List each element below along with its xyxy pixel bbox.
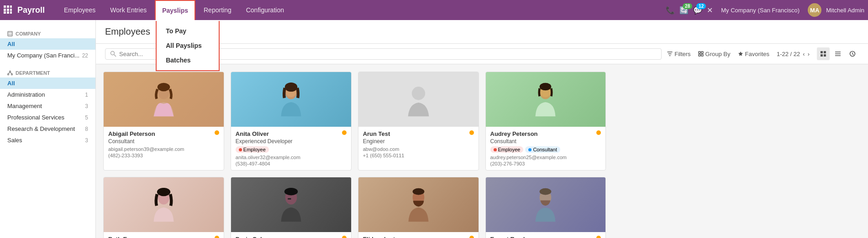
svg-rect-22 (701, 52, 703, 53)
sidebar-dept-management[interactable]: Management 3 (0, 100, 95, 112)
pagination: 1-22 / 22 ‹ › (777, 51, 810, 57)
employee-job: Consultant (108, 138, 219, 145)
svg-rect-2 (10, 5, 12, 8)
employee-tags: Employee Consultant (490, 146, 601, 153)
chat-icon[interactable]: 💬12 (693, 6, 702, 15)
svg-rect-4 (7, 9, 9, 11)
status-indicator (215, 236, 219, 238)
employee-name: Ernest Reed (490, 236, 525, 238)
svg-rect-24 (701, 54, 703, 56)
employee-card-abigail[interactable]: Abigail Peterson Consultant abigail.pete… (103, 72, 224, 171)
svg-line-20 (114, 55, 116, 57)
status-indicator (215, 130, 219, 135)
payslips-dropdown: To Pay All Payslips Batches (156, 21, 220, 71)
svg-point-41 (411, 87, 425, 100)
employee-name: Eli Lambert (363, 236, 395, 238)
nav-employees[interactable]: Employees (58, 0, 102, 20)
employee-photo-beth (104, 177, 224, 232)
kanban-area: Abigail Peterson Consultant abigail.pete… (96, 64, 868, 238)
group-by-icon (698, 51, 704, 57)
employee-tags: Employee (236, 146, 347, 153)
sidebar-dept-rd[interactable]: Research & Development 8 (0, 123, 95, 135)
svg-rect-28 (824, 54, 826, 57)
activity-view-button[interactable] (846, 47, 859, 60)
sidebar-dept-all[interactable]: All (0, 78, 95, 89)
employee-name: Beth Evans (108, 236, 141, 238)
tag-employee: Employee (490, 146, 524, 153)
employee-job: Consultant (490, 138, 601, 145)
employee-card-anita[interactable]: Anita Oliver Experienced Developer Emplo… (231, 72, 352, 171)
next-page-button[interactable]: › (808, 51, 810, 57)
dropdown-to-pay[interactable]: To Pay (157, 24, 219, 38)
employee-card-ernest[interactable]: Ernest Reed Consultant ernest.reed47@exa… (485, 177, 606, 238)
svg-point-57 (540, 188, 552, 195)
department-section-title: DEPARTMENT (0, 67, 95, 78)
employee-email: anita.oliver32@example.com (236, 155, 347, 160)
employee-card-beth[interactable]: Beth Evans Experienced Developer beth.ev… (103, 177, 224, 238)
svg-rect-5 (10, 9, 12, 11)
employee-card-eli[interactable]: Eli Lambert Marketing and Community Mana… (358, 177, 479, 238)
view-buttons (817, 47, 859, 60)
phone-icon[interactable]: 📞 (666, 6, 675, 15)
sidebar-company-mycompany[interactable]: My Company (San Franci... 22 (0, 50, 95, 61)
sidebar-company-all[interactable]: All (0, 38, 95, 50)
sidebar-dept-sales[interactable]: Sales 3 (0, 135, 95, 146)
card-body-audrey: Audrey Peterson Consultant Employee (486, 127, 606, 170)
svg-point-16 (11, 74, 13, 75)
prev-page-button[interactable]: ‹ (803, 51, 805, 57)
status-indicator (469, 236, 474, 238)
card-body-ernest: Ernest Reed Consultant ernest.reed47@exa… (486, 232, 606, 238)
refresh-badge: 28 (683, 3, 692, 9)
svg-rect-7 (7, 11, 9, 14)
dropdown-batches[interactable]: Batches (157, 53, 219, 67)
sidebar-dept-administration[interactable]: Administration 1 (0, 89, 95, 100)
user-name: Mitchell Admin (826, 7, 864, 14)
status-indicator (596, 236, 601, 238)
svg-point-37 (158, 83, 170, 91)
employee-card-doris[interactable]: Doris Cole Consultant doris.cole31@examp… (231, 177, 352, 238)
nav-configuration[interactable]: Configuration (240, 0, 290, 20)
svg-rect-3 (4, 9, 6, 11)
nav-reporting[interactable]: Reporting (197, 0, 238, 20)
svg-rect-12 (9, 34, 10, 35)
employee-name: Abigail Peterson (108, 130, 155, 137)
employee-card-audrey[interactable]: Audrey Peterson Consultant Employee (485, 72, 606, 171)
employee-row-1: Abigail Peterson Consultant abigail.pete… (103, 72, 861, 171)
company-name: My Company (San Francisco) (721, 7, 800, 14)
sidebar-dept-professional-services[interactable]: Professional Services 5 (0, 112, 95, 123)
group-by-button[interactable]: Group By (698, 51, 731, 57)
nav-work-entries[interactable]: Work Entries (104, 0, 153, 20)
card-body-anita: Anita Oliver Experienced Developer Emplo… (231, 127, 351, 170)
card-body-arun: Arun Test Engineer abw@odoo.com +1 (650)… (358, 127, 479, 162)
svg-rect-27 (821, 54, 823, 57)
refresh-icon[interactable]: 🔄28 (679, 6, 689, 15)
svg-point-47 (157, 188, 170, 196)
status-indicator (342, 236, 347, 238)
page-title: Employees (105, 26, 150, 37)
employee-phone: (538)-497-4804 (236, 161, 347, 166)
svg-point-15 (8, 74, 9, 75)
list-view-button[interactable] (831, 47, 844, 60)
employee-photo-audrey (486, 72, 606, 127)
employee-name: Doris Cole (236, 236, 265, 238)
svg-rect-8 (10, 11, 12, 14)
employee-photo-doris (231, 177, 351, 232)
status-indicator (342, 130, 347, 135)
kanban-view-button[interactable] (817, 47, 830, 60)
card-body-doris: Doris Cole Consultant doris.cole31@examp… (231, 232, 351, 238)
filter-actions: Filters Group By Favorites 1-22 / 22 ‹ › (667, 47, 859, 60)
status-indicator (469, 130, 474, 135)
favorites-button[interactable]: Favorites (738, 51, 769, 57)
grid-icon[interactable] (4, 5, 12, 15)
svg-rect-25 (821, 51, 823, 53)
dropdown-all-payslips[interactable]: All Payslips (157, 38, 219, 53)
user-avatar[interactable]: MA (808, 3, 821, 17)
employee-phone: (203)-276-7903 (490, 161, 601, 166)
svg-point-54 (412, 188, 424, 195)
close-icon[interactable]: ✕ (707, 6, 713, 15)
employee-email: audrey.peterson25@example.com (490, 155, 601, 160)
filters-button[interactable]: Filters (667, 51, 690, 57)
nav-payslips[interactable]: Payslips To Pay All Payslips Batches (155, 0, 195, 20)
employee-name: Anita Oliver (236, 130, 269, 137)
employee-card-arun[interactable]: Arun Test Engineer abw@odoo.com +1 (650)… (358, 72, 479, 171)
